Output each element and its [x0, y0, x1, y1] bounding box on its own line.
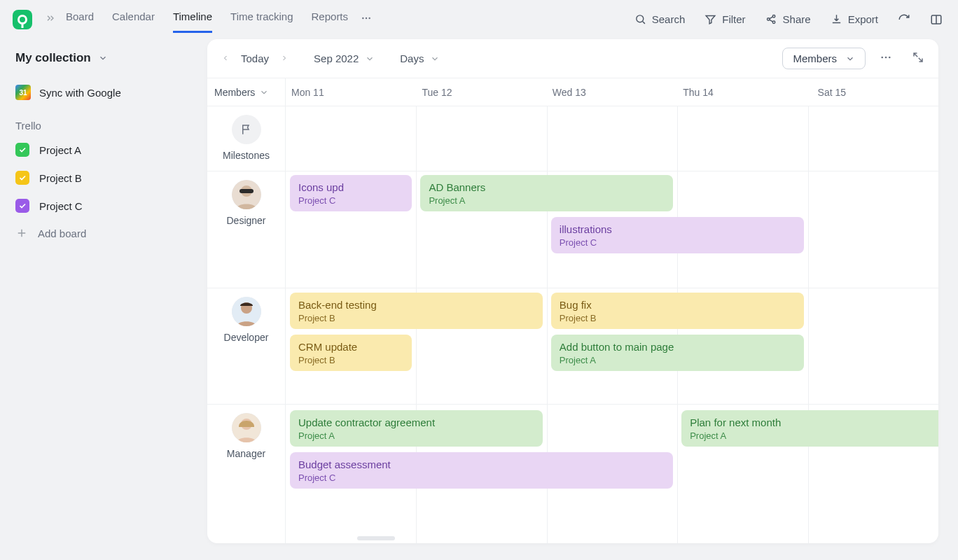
- row-developer: Developer: [207, 288, 285, 405]
- month-label: Sep 2022: [314, 52, 359, 64]
- svg-point-1: [366, 18, 367, 19]
- task-project: Project A: [560, 355, 796, 365]
- task-title: Back-end testing: [298, 299, 534, 311]
- task-bar[interactable]: Add button to main page Project A: [551, 335, 804, 371]
- share-action[interactable]: Share: [765, 13, 811, 25]
- panel-toggle-icon[interactable]: [930, 13, 943, 26]
- task-bar[interactable]: illustrations Project C: [551, 217, 804, 253]
- sync-with-google[interactable]: 31 Sync with Google: [15, 85, 179, 100]
- sidebar-section-label: Trello: [15, 120, 179, 132]
- filter-label: Filter: [722, 13, 745, 25]
- add-board-button[interactable]: Add board: [15, 227, 179, 239]
- next-period-button[interactable]: [280, 52, 289, 64]
- checkbox-icon: [15, 171, 29, 185]
- row-label-text: Designer: [226, 215, 265, 226]
- task-project: Project B: [560, 313, 796, 323]
- filter-icon: [704, 13, 716, 25]
- board-item-proj-b[interactable]: Project B: [15, 171, 179, 185]
- board-label: Project C: [39, 200, 83, 212]
- flag-icon: [232, 115, 261, 144]
- row-label-header-text: Members: [214, 87, 255, 98]
- groupby-button[interactable]: Members: [782, 48, 866, 69]
- svg-point-8: [881, 57, 883, 59]
- task-title: Bug fix: [560, 299, 796, 311]
- filter-action[interactable]: Filter: [704, 13, 745, 25]
- toolbar-more-icon[interactable]: [880, 51, 892, 66]
- range-label: Days: [400, 52, 424, 64]
- task-bar[interactable]: AD Banners Project A: [420, 175, 673, 211]
- task-bar[interactable]: CRM update Project B: [290, 335, 412, 371]
- horizontal-scrollbar[interactable]: [357, 536, 395, 540]
- search-action[interactable]: Search: [634, 13, 686, 25]
- task-project: Project B: [298, 313, 534, 323]
- board-item-proj-a[interactable]: Project A: [15, 143, 179, 157]
- board-list: Project A Project B Project C: [15, 143, 179, 213]
- sidebar-title-text: My collection: [15, 51, 91, 65]
- row-labels: Milestones Designer Developer Manager: [207, 106, 286, 543]
- task-bar[interactable]: Update contractor agreement Project A: [290, 410, 543, 447]
- task-project: Project A: [690, 430, 938, 441]
- svg-point-9: [885, 57, 887, 59]
- task-bar[interactable]: Bug fix Project B: [551, 293, 804, 329]
- task-bar[interactable]: Back-end testing Project B: [290, 293, 543, 329]
- more-tabs-icon[interactable]: [361, 13, 372, 26]
- refresh-icon[interactable]: [898, 13, 910, 26]
- app-logo[interactable]: [13, 10, 32, 29]
- task-bar[interactable]: Icons upd Project C: [290, 175, 412, 211]
- svg-point-0: [362, 18, 363, 19]
- task-bar[interactable]: Plan for next month Project A: [681, 410, 938, 447]
- export-action[interactable]: Export: [831, 13, 878, 25]
- svg-point-2: [369, 18, 370, 19]
- share-icon: [765, 13, 777, 25]
- board-label: Project A: [39, 144, 81, 156]
- prev-period-button[interactable]: [221, 52, 230, 64]
- tab-reports[interactable]: Reports: [312, 6, 349, 33]
- month-selector[interactable]: Sep 2022: [314, 52, 375, 64]
- svg-point-3: [637, 15, 644, 22]
- sidebar-title[interactable]: My collection: [15, 51, 179, 65]
- row-designer: Designer: [207, 172, 285, 288]
- chevron-down-icon: [365, 54, 375, 64]
- row-label-text: Milestones: [223, 150, 270, 161]
- task-project: Project C: [298, 195, 403, 206]
- row-label-text: Developer: [224, 332, 269, 343]
- sidebar: My collection 31 Sync with Google Trello…: [0, 38, 195, 252]
- google-calendar-icon: 31: [15, 85, 31, 100]
- timeline-panel: Today Sep 2022 Days Members Members: [207, 39, 938, 543]
- grid-area[interactable]: Icons upd Project C AD Banners Project A…: [286, 106, 938, 543]
- checkbox-icon: [15, 199, 29, 213]
- collapse-sidebar-icon[interactable]: [45, 13, 56, 26]
- checkbox-icon: [15, 143, 29, 157]
- row-label-header[interactable]: Members: [207, 78, 286, 106]
- chevron-down-icon: [98, 53, 108, 63]
- board-item-proj-c[interactable]: Project C: [15, 199, 179, 213]
- day-header: Tue 12: [416, 78, 546, 106]
- board-label: Project B: [39, 172, 82, 184]
- task-title: CRM update: [298, 341, 403, 353]
- add-board-label: Add board: [38, 227, 86, 239]
- tab-calendar[interactable]: Calendar: [112, 6, 155, 33]
- task-title: Plan for next month: [690, 416, 938, 428]
- task-bar[interactable]: Budget assessment Project C: [290, 452, 673, 489]
- share-label: Share: [783, 13, 811, 25]
- task-title: AD Banners: [429, 181, 665, 193]
- tab-time-tracking[interactable]: Time tracking: [230, 6, 293, 33]
- nav-tabs: Board Calendar Timeline Time tracking Re…: [66, 6, 348, 33]
- groupby-label: Members: [793, 52, 837, 64]
- range-selector[interactable]: Days: [400, 52, 440, 64]
- tab-board[interactable]: Board: [66, 6, 94, 33]
- task-project: Project A: [298, 430, 534, 441]
- fullscreen-icon[interactable]: [912, 51, 924, 66]
- today-button[interactable]: Today: [241, 52, 269, 64]
- tab-timeline[interactable]: Timeline: [173, 6, 212, 33]
- chevron-down-icon: [259, 88, 269, 97]
- plus-icon: [15, 227, 28, 239]
- avatar: [232, 297, 261, 326]
- task-title: Update contractor agreement: [298, 416, 534, 428]
- day-header: Sat 15: [808, 78, 938, 106]
- chevron-down-icon: [430, 54, 440, 64]
- row-manager: Manager: [207, 405, 285, 543]
- task-project: Project C: [560, 237, 796, 248]
- search-icon: [634, 13, 646, 25]
- task-project: Project C: [298, 472, 665, 483]
